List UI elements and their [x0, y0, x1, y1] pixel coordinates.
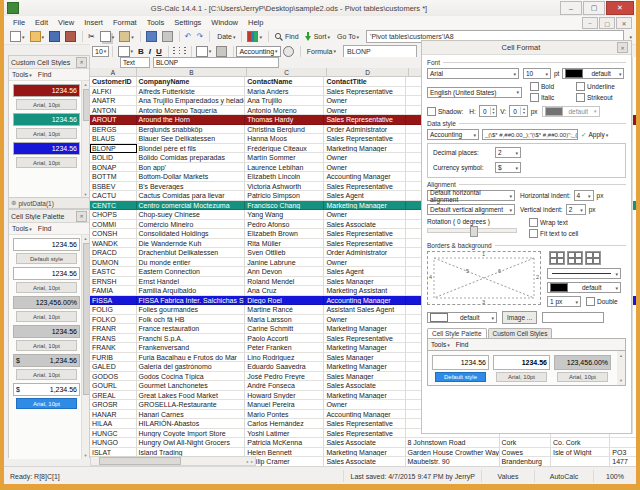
grid-cell[interactable]: CACTU	[90, 191, 137, 201]
grid-cell[interactable]: FRANR	[90, 324, 137, 334]
grid-cell[interactable]: Order Administrator	[324, 125, 405, 135]
grid-cell[interactable]: Yoshi Latimer	[245, 429, 324, 439]
grid-cell[interactable]: Sales Representative	[324, 182, 405, 192]
grid-cell[interactable]: BLONP	[90, 144, 137, 154]
grid-cell[interactable]: Sales Associate	[324, 381, 405, 391]
grid-cell[interactable]: HANAR	[90, 410, 137, 420]
grid-cell[interactable]: GOURL	[90, 381, 137, 391]
style-swatch-item[interactable]: 1234.56Arial, 10pt	[493, 355, 550, 382]
status-zoom[interactable]: 100%	[593, 470, 636, 482]
grid-cell[interactable]: Francisco Chang	[245, 201, 324, 211]
borders-button[interactable]: ▾	[194, 45, 214, 57]
grid-cell[interactable]: CompanyName	[137, 77, 246, 87]
undo-button[interactable]: ↶	[183, 31, 194, 43]
save-button[interactable]	[47, 31, 62, 43]
find-button[interactable]: Find	[456, 341, 469, 348]
grid-cell[interactable]: BONAP	[90, 163, 137, 173]
grid-cell[interactable]: Owner	[324, 163, 405, 173]
grid-cell[interactable]: Owner	[324, 315, 405, 325]
column-header-C[interactable]: C	[247, 68, 327, 77]
grid-cell[interactable]: Sales Representative	[324, 334, 405, 344]
print-button[interactable]	[160, 31, 175, 43]
grid-cell[interactable]: Godos Cocina Típica	[137, 372, 246, 382]
grid-cell[interactable]: FRANK	[90, 343, 137, 353]
grid-cell[interactable]: Lino Rodriguez	[245, 353, 324, 363]
grid-cell[interactable]: Sales Associate	[324, 457, 405, 466]
grid-cell[interactable]: 8 Johnstown Road	[406, 438, 500, 448]
grid-cell[interactable]: DUMON	[90, 258, 137, 268]
close-panel-icon[interactable]: ✕	[76, 57, 87, 68]
copy-button[interactable]: ▾	[98, 31, 117, 43]
grid-cell[interactable]: Maubelstr. 90	[406, 457, 500, 466]
menu-file[interactable]: File	[8, 18, 30, 27]
custom-styles-scrollbar[interactable]: ▲ ▼	[81, 81, 89, 198]
grid-cell[interactable]: CustomerID	[90, 77, 137, 87]
grid-cell[interactable]: FISSA Fabrica Inter. Salchichas S.A.	[137, 296, 246, 306]
grid-cell[interactable]: BSBEV	[90, 182, 137, 192]
paste-button[interactable]: ▾	[117, 31, 136, 43]
style-label[interactable]: Arial, 10pt	[557, 372, 608, 382]
grid-cell[interactable]: BLAUS	[90, 134, 137, 144]
grid-cell[interactable]: Mario Pontes	[245, 410, 324, 420]
italic-checkbox[interactable]: Italic	[530, 93, 570, 102]
number-format-select[interactable]: Accounting▾	[236, 46, 280, 57]
grid-cell[interactable]: Yang Wang	[245, 210, 324, 220]
grid-cell[interactable]: FOLKO	[90, 315, 137, 325]
grid-cell[interactable]: FAMIA	[90, 286, 137, 296]
grid-cell[interactable]: Eduardo Saavedra	[245, 362, 324, 372]
scroll-left-icon[interactable]: ◂	[246, 459, 250, 464]
grid-cell[interactable]: COMMI	[90, 220, 137, 230]
grid-cell[interactable]: Sales Manager	[324, 372, 405, 382]
style-label[interactable]: Arial, 10pt	[16, 128, 77, 139]
shadow-h-spinner[interactable]: 0▲▼	[479, 105, 497, 117]
grid-cell[interactable]: Sales Agent	[324, 267, 405, 277]
tools-menu[interactable]: Tools▾	[12, 225, 32, 232]
grid-cell[interactable]: Great Lakes Food Market	[137, 391, 246, 401]
style-label[interactable]: Arial, 10pt	[496, 372, 547, 382]
grid-cell[interactable]: Drachenblut Delikatessen	[137, 248, 246, 258]
grid-cell[interactable]: Owner	[324, 106, 405, 116]
grid-cell[interactable]: Helen Bennett	[245, 448, 324, 458]
wrap-text-checkbox[interactable]: Wrap text	[529, 218, 568, 227]
shadow-checkbox[interactable]: Shadow:	[427, 107, 463, 116]
grid-cell[interactable]: Christina Berglund	[245, 125, 324, 135]
grid-cell[interactable]: Elizabeth Brown	[245, 229, 324, 239]
grid-cell[interactable]: Philip Cramer	[245, 457, 324, 466]
grid-cell[interactable]: France restauration	[137, 324, 246, 334]
grid-cell[interactable]: Die Wandernde Kuh	[137, 239, 246, 249]
find-button[interactable]: Find	[38, 225, 52, 232]
scroll-right-icon[interactable]: ▸	[251, 459, 255, 464]
grid-cell[interactable]: ANATR	[90, 96, 137, 106]
tab-custom-cell-styles[interactable]: Custom Cell Styles	[488, 328, 553, 338]
menu-edit[interactable]: Edit	[30, 18, 53, 27]
status-autocalc[interactable]: AutoCalc	[534, 470, 593, 482]
image-button[interactable]: Image ...	[502, 311, 537, 324]
grid-cell[interactable]: Victoria Ashworth	[245, 182, 324, 192]
grid-cell[interactable]: Eastern Connection	[137, 267, 246, 277]
grid-cell[interactable]: Alfreds Futterkiste	[137, 87, 246, 97]
grid-cell[interactable]: ALFKI	[90, 87, 137, 97]
grid-cell[interactable]: Carine Schmitt	[245, 324, 324, 334]
grid-cell[interactable]: ContactTitle	[324, 77, 405, 87]
sort-button[interactable]: Sort▾	[302, 31, 332, 43]
grid-cell[interactable]: Bon app'	[137, 163, 246, 173]
grid-cell[interactable]: Accounting Manager	[324, 410, 405, 420]
vertical-alignment-select[interactable]: Default vertical alignment▾	[427, 204, 515, 215]
grid-cell[interactable]: Paolo Accorti	[245, 334, 324, 344]
grid-cell[interactable]: Blondel père et fils	[137, 144, 246, 154]
grid-cell[interactable]: B's Beverages	[137, 182, 246, 192]
grid-cell[interactable]: FURIB	[90, 353, 137, 363]
grid-cell[interactable]: André Fonseca	[245, 381, 324, 391]
grid-cell[interactable]: Sales Associate	[324, 220, 405, 230]
mdi-minimize-button[interactable]: –	[582, 17, 598, 29]
grid-cell[interactable]: Howard Snyder	[245, 391, 324, 401]
tools-menu[interactable]: Tools▾	[431, 341, 450, 348]
grid-cell[interactable]: Elizabeth Lincoln	[245, 172, 324, 182]
cut-button[interactable]: ✂	[86, 31, 97, 43]
grid-cell[interactable]: GROSELLA-Restaurante	[137, 400, 246, 410]
h-indent-select[interactable]: 4▾	[574, 190, 594, 201]
new-document-button[interactable]: ▾	[8, 31, 27, 43]
grid-cell[interactable]: Furia Bacalhau e Frutos do Mar	[137, 353, 246, 363]
grid-cell[interactable]: Sales Representative	[324, 115, 405, 125]
grid-cell[interactable]: Owner	[324, 258, 405, 268]
